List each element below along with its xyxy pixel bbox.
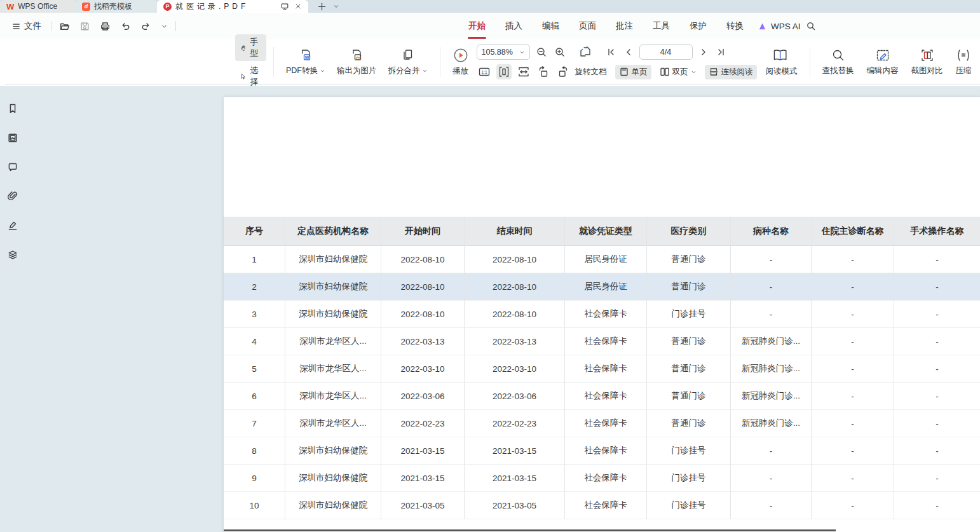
ribbon-tab-tools[interactable]: 工具 [652,19,670,33]
signature-icon[interactable] [5,218,20,233]
rotate-left-icon[interactable] [536,64,551,79]
table-cell: - [812,492,894,519]
table-header-cell: 手术操作名称 [894,217,980,246]
table-cell: 深圳市龙华区人... [285,355,381,383]
table-cell: 2022-03-13 [381,328,465,355]
table-bottom-border [224,529,836,531]
open-folder-icon[interactable] [57,19,72,34]
new-tab-button[interactable] [317,2,327,11]
table-header-cell: 医疗类别 [647,217,731,246]
table-row[interactable]: 5深圳市龙华区人...2022-03-102022-03-10社会保障卡普通门诊… [224,355,980,383]
table-cell: 7 [224,410,285,437]
table-row[interactable]: 2深圳市妇幼保健院2022-08-102022-08-10居民身份证普通门诊--… [224,273,980,301]
hand-icon [240,43,247,53]
print-icon[interactable] [98,19,112,34]
continuous-reading-toggle[interactable]: 连续阅读 [705,65,757,79]
ribbon-tab-page[interactable]: 页面 [578,19,597,33]
table-cell: 深圳市妇幼保健院 [285,437,381,465]
table-cell: - [812,246,894,273]
table-row[interactable]: 7深圳市龙华区人...2022-02-232022-02-23社会保障卡普通门诊… [224,410,980,437]
table-cell: 门诊挂号 [647,492,731,519]
read-mode-button[interactable]: 阅读模式 [761,39,803,85]
zoom-out-icon[interactable] [534,45,548,59]
file-menu-button[interactable]: 文件 [8,18,45,34]
hamburger-icon [13,24,19,29]
table-row[interactable]: 8深圳市妇幼保健院2021-03-152021-03-15社会保障卡门诊挂号--… [224,437,980,465]
table-cell: 社会保障卡 [565,328,647,355]
pdf-file-icon: P [163,3,172,11]
table-row[interactable]: 1深圳市妇幼保健院2022-08-102022-08-10居民身份证普通门诊--… [224,246,980,273]
last-page-icon[interactable] [714,46,727,58]
export-as-image-button[interactable]: 输出为图片 [332,39,382,85]
screenshot-compare-button[interactable]: 截图对比 [906,48,948,76]
zoom-in-icon[interactable] [553,45,567,59]
actual-size-icon[interactable]: 1:1 [477,64,492,79]
table-cell: 深圳市妇幼保健院 [285,492,381,519]
table-cell: - [812,410,894,437]
compress-button[interactable]: 压缩 [951,48,977,76]
monitor-icon[interactable] [280,2,289,11]
menu-search-icon[interactable] [806,13,816,39]
undo-icon[interactable] [118,19,133,34]
window-tab-bar: W WPS Office d 找稻壳模板 P 就医记录.PDF [0,0,980,13]
redo-icon[interactable] [139,19,153,34]
ribbon-tab-comment[interactable]: 批注 [615,19,634,33]
tab-wps-office[interactable]: W WPS Office [0,0,76,13]
table-cell: - [894,383,980,410]
edit-content-button[interactable]: 编辑内容 [862,48,904,76]
hand-tool-button[interactable]: 手型 [235,34,266,61]
play-icon [453,47,469,64]
table-cell: 10 [224,492,285,519]
svg-text:1:1: 1:1 [481,70,487,74]
ribbon-tab-edit[interactable]: 编辑 [541,19,560,33]
attachments-icon[interactable] [5,189,20,204]
pdf-convert-button[interactable]: W PDF转换 [281,39,330,85]
table-cell: 普通门诊 [647,328,731,355]
divider [51,21,51,31]
bookmark-icon[interactable] [5,101,20,116]
single-page-icon [619,67,629,77]
chevron-down-icon [691,69,697,75]
close-icon[interactable] [294,3,302,10]
wps-ai-button[interactable]: WPS AI [758,13,801,39]
first-page-icon[interactable] [605,46,618,58]
tab-document-active[interactable]: P 就医记录.PDF [157,0,308,13]
ribbon-tab-home[interactable]: 开始 [468,19,486,33]
table-row[interactable]: 9深圳市妇幼保健院2021-03-152021-03-15社会保障卡门诊挂号--… [224,465,980,492]
ribbon-tab-protect[interactable]: 保护 [689,19,707,33]
play-button[interactable]: 播放 [447,39,474,85]
tab-docer-templates[interactable]: d 找稻壳模板 [76,0,157,13]
rotate-pages-icon[interactable] [576,43,594,61]
find-replace-button[interactable]: 查找替换 [817,48,859,76]
ribbon-tab-insert[interactable]: 插入 [505,19,523,33]
table-row[interactable]: 10深圳市妇幼保健院2021-03-052021-03-05社会保障卡门诊挂号-… [224,492,980,519]
single-page-toggle[interactable]: 单页 [615,65,651,79]
table-cell: - [731,465,812,492]
previous-page-icon[interactable] [622,46,635,58]
fit-width-icon[interactable] [516,64,531,79]
rotate-right-icon[interactable] [555,64,571,79]
save-icon[interactable] [78,19,92,34]
tab-list-chevron-icon[interactable] [333,3,339,10]
table-cell: 2021-03-15 [465,437,565,465]
comments-icon[interactable] [5,160,20,175]
rotate-document-button[interactable]: 旋转文档 [575,67,607,78]
page-number-input[interactable]: 4/4 [639,44,693,60]
table-cell: 2022-08-10 [465,273,565,301]
quick-access-chevron-icon[interactable] [159,21,170,32]
split-merge-button[interactable]: 拆分合并 [383,39,433,85]
table-cell: 2021-03-15 [381,465,465,492]
svg-text:W: W [305,55,310,60]
table-row[interactable]: 4深圳市龙华区人...2022-03-132022-03-13社会保障卡普通门诊… [224,328,980,355]
zoom-level-select[interactable]: 105.88% [477,44,530,60]
table-cell: 新冠肺炎门诊... [731,383,812,410]
ribbon-tab-convert[interactable]: 转换 [726,19,744,33]
table-cell: 普通门诊 [647,410,731,437]
fit-page-icon[interactable] [496,64,512,79]
thumbnails-icon[interactable] [5,130,20,146]
table-row[interactable]: 6深圳市龙华区人...2022-03-062022-03-06社会保障卡普通门诊… [224,383,980,410]
double-page-toggle[interactable]: 双页 [656,65,700,79]
next-page-icon[interactable] [697,46,710,58]
layers-icon[interactable] [5,247,20,263]
table-row[interactable]: 3深圳市妇幼保健院2022-08-102022-08-10社会保障卡门诊挂号--… [224,301,980,328]
